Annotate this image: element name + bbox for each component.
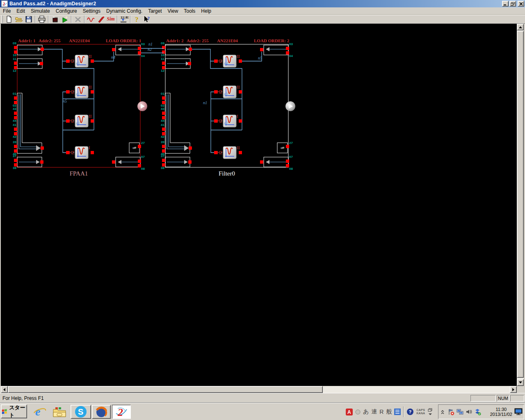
wire[interactable] [192,49,214,61]
pin[interactable] [239,151,242,154]
pin[interactable] [66,119,69,123]
pin[interactable] [260,48,263,51]
dynamic-config-button[interactable]: 11|01 [119,15,129,23]
print-button[interactable] [37,15,47,23]
pin[interactable] [138,160,141,163]
vertical-scrollbar[interactable] [517,24,524,386]
menu-settings[interactable]: Settings [80,7,103,15]
taskbar-button-skype[interactable]: S [71,405,91,419]
pin[interactable] [162,128,165,131]
pin[interactable] [91,90,94,94]
start-button[interactable]: スタート [1,404,27,418]
pin[interactable] [162,46,165,49]
scroll-left-button[interactable] [1,386,8,393]
ime-help-icon[interactable]: ? [406,408,414,415]
quicklaunch-internet-explorer[interactable]: e [31,405,48,419]
security-alert-flag-icon[interactable] [447,409,454,415]
dropbox-icon[interactable] [474,409,481,415]
toolbar-grip[interactable] [2,16,3,23]
signal-probe-button[interactable] [96,15,106,23]
pin[interactable] [239,59,242,63]
taskbar-button-firefox[interactable] [92,405,111,419]
menu-edit[interactable]: Edit [14,7,28,15]
menu-dynamic-config[interactable]: Dynamic Config. [103,7,145,15]
cab-block[interactable] [75,146,88,159]
open-button[interactable] [14,15,24,23]
ime-toolbar-options-icon[interactable] [428,408,433,415]
cab-block[interactable] [223,146,236,159]
pin[interactable] [66,90,69,94]
pin[interactable] [14,62,17,65]
pin[interactable] [189,146,192,150]
pin[interactable] [162,112,165,115]
horizontal-scrollbar[interactable] [1,386,517,393]
pin[interactable] [91,59,94,63]
pin[interactable] [239,119,242,123]
pin[interactable] [41,48,44,51]
pin[interactable] [91,151,94,154]
pin[interactable] [138,51,141,55]
pin[interactable] [286,47,289,50]
new-button[interactable] [4,15,14,23]
pin[interactable] [214,151,217,154]
ime-input-mode[interactable]: あ [363,408,369,415]
menu-configure[interactable]: Configure [53,7,80,15]
ime-dictionary-mode[interactable]: 般 [386,408,392,415]
pin[interactable] [162,96,165,100]
collapse-chevron-icon[interactable] [440,409,445,415]
ime-atok-icon[interactable]: A [346,409,353,415]
delete-button[interactable] [73,15,83,23]
context-help-button[interactable]: ? [142,15,152,23]
pin[interactable] [14,96,17,100]
pin[interactable] [40,160,43,164]
pin[interactable] [260,160,263,164]
about-button[interactable]: ? [132,15,142,23]
pin[interactable] [14,145,17,148]
quicklaunch-file-explorer[interactable] [51,405,68,419]
pin[interactable] [286,160,289,163]
pin[interactable] [214,90,217,94]
save-button[interactable] [24,15,34,23]
scroll-up-button[interactable] [517,24,524,30]
restore-button[interactable] [509,1,516,7]
wire[interactable] [44,49,66,61]
pin[interactable] [286,145,289,148]
pin[interactable] [162,145,165,148]
menu-simulate[interactable]: Simulate [28,7,53,15]
pin[interactable] [91,119,94,123]
menu-tools[interactable]: Tools [181,7,198,15]
pin[interactable] [138,164,141,167]
pin[interactable] [66,59,69,63]
pin[interactable] [14,128,17,131]
pin[interactable] [188,62,191,65]
menu-help[interactable]: Help [198,7,214,15]
io-cell[interactable] [17,93,42,153]
pin[interactable] [112,160,115,164]
oscilloscope-probe-button[interactable] [86,15,96,23]
ime-menu-icon[interactable] [394,409,401,415]
io-cell[interactable] [165,93,190,153]
minimize-button[interactable] [502,1,509,7]
pin[interactable] [162,62,165,65]
pin[interactable] [162,159,165,162]
vertical-scroll-thumb[interactable] [517,31,524,378]
insert-signal-generator-button[interactable] [60,15,70,23]
design-canvas[interactable]: Addr1: 1Addr2: 255AN221E04LOAD ORDER: 1F… [1,24,517,386]
pin[interactable] [41,146,44,150]
pin[interactable] [66,151,69,154]
pin[interactable] [286,51,289,55]
pin[interactable] [286,164,289,167]
pin[interactable] [138,145,141,148]
menu-target[interactable]: Target [145,7,164,15]
wire[interactable] [94,52,114,61]
ime-dim-icon[interactable] [355,409,361,415]
taskbar-button-anadigm-designer2[interactable]: 2 [112,405,131,419]
ime-conversion-mode[interactable]: 連 [371,408,377,415]
display-icon[interactable] [514,408,523,415]
menu-view[interactable]: View [165,7,181,15]
pin[interactable] [14,159,17,162]
pin[interactable] [214,119,217,123]
close-button[interactable] [518,1,524,7]
pin[interactable] [14,46,17,49]
simulate-button[interactable]: Sim [106,15,116,23]
